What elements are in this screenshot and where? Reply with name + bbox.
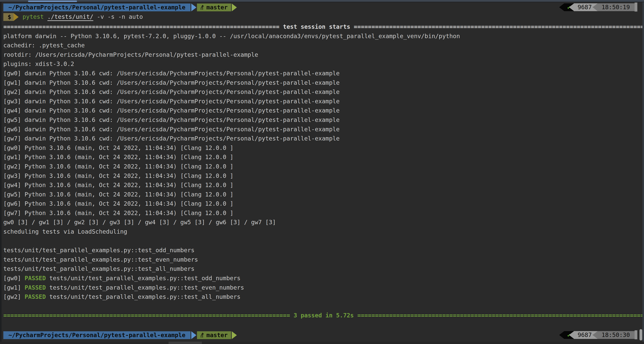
line-text: scheduling tests via LoadScheduling xyxy=(3,228,127,235)
line-text: [gw1] Python 3.10.6 (main, Oct 24 2022, … xyxy=(3,154,234,161)
terminal-line: [gw5] Python 3.10.6 (main, Oct 24 2022, … xyxy=(3,190,642,199)
right-status-bottom: ✔ 9687 18:50:30 xyxy=(559,331,637,339)
window-left-edge xyxy=(0,2,2,342)
line-text: tests/unit/test_parallel_examples.py::te… xyxy=(3,256,198,263)
space xyxy=(44,13,47,21)
git-branch-icon xyxy=(200,332,204,338)
terminal-line: ========================================… xyxy=(3,311,642,320)
line-text: [gw6] Python 3.10.6 (main, Oct 24 2022, … xyxy=(3,200,234,207)
terminal-line: [gw3] Python 3.10.6 (main, Oct 24 2022, … xyxy=(3,171,642,180)
terminal-line: [gw2] Python 3.10.6 (main, Oct 24 2022, … xyxy=(3,162,642,171)
window-title-bar xyxy=(0,0,644,2)
line-text: [gw5] Python 3.10.6 (main, Oct 24 2022, … xyxy=(3,191,234,198)
line-text: [gw0] darwin Python 3.10.6 cwd: /Users/e… xyxy=(3,70,340,77)
scrollbar-thumb[interactable] xyxy=(640,329,642,341)
line-text: ========================================… xyxy=(3,23,642,30)
line-text: [gw7] darwin Python 3.10.6 cwd: /Users/e… xyxy=(3,135,340,142)
terminal-line: gw0 [3] / gw1 [3] / gw2 [3] / gw3 [3] / … xyxy=(3,218,642,227)
cwd-segment: ~/PycharmProjects/Personal/pytest-parall… xyxy=(3,331,190,339)
prompt-bar-bottom: ~/PycharmProjects/Personal/pytest-parall… xyxy=(3,331,642,339)
git-branch-icon xyxy=(200,4,204,10)
terminal-line: cachedir: .pytest_cache xyxy=(3,41,642,50)
passed-status: PASSED xyxy=(24,284,46,291)
passed-status: PASSED xyxy=(24,275,46,282)
cwd-segment: ~/PycharmProjects/Personal/pytest-parall… xyxy=(3,3,190,11)
terminal-line: [gw6] darwin Python 3.10.6 cwd: /Users/e… xyxy=(3,125,642,134)
line-text: ========================================… xyxy=(3,312,642,319)
terminal-line: [gw1] PASSED tests/unit/test_parallel_ex… xyxy=(3,283,642,292)
line-text: [gw3] darwin Python 3.10.6 cwd: /Users/e… xyxy=(3,98,340,105)
terminal-line: tests/unit/test_parallel_examples.py::te… xyxy=(3,264,642,274)
terminal-line: [gw2] darwin Python 3.10.6 cwd: /Users/e… xyxy=(3,87,642,97)
command-target-path: ./tests/unit/ xyxy=(48,13,94,21)
terminal-line: [gw4] darwin Python 3.10.6 cwd: /Users/e… xyxy=(3,106,642,115)
line-text: plugins: xdist-3.0.2 xyxy=(3,60,74,67)
line-text: tests/unit/test_parallel_examples.py::te… xyxy=(46,293,240,300)
line-text: [gw1] darwin Python 3.10.6 cwd: /Users/e… xyxy=(3,79,340,86)
git-branch-segment: master xyxy=(197,331,231,339)
line-text: tests/unit/test_parallel_examples.py::te… xyxy=(3,247,194,254)
powerline-arrow-icon xyxy=(191,331,196,339)
bottom-edge-block xyxy=(168,342,202,344)
command-flags: -v -s -n auto xyxy=(93,13,143,21)
terminal-line: [gw5] darwin Python 3.10.6 cwd: /Users/e… xyxy=(3,115,642,125)
terminal-line: [gw3] darwin Python 3.10.6 cwd: /Users/e… xyxy=(3,97,642,106)
line-text: tests/unit/test_parallel_examples.py::te… xyxy=(3,265,194,272)
terminal-line: [gw6] Python 3.10.6 (main, Oct 24 2022, … xyxy=(3,199,642,208)
line-text: [gw0] Python 3.10.6 (main, Oct 24 2022, … xyxy=(3,144,234,151)
terminal-output: ========================================… xyxy=(3,22,642,320)
line-text: [gw4] darwin Python 3.10.6 cwd: /Users/e… xyxy=(3,107,340,114)
line-text: [gw3] Python 3.10.6 (main, Oct 24 2022, … xyxy=(3,172,234,179)
line-text: platform darwin -- Python 3.10.6, pytest… xyxy=(3,33,460,39)
terminal-line: [gw1] Python 3.10.6 (main, Oct 24 2022, … xyxy=(3,153,642,162)
terminal-line: [gw1] darwin Python 3.10.6 cwd: /Users/e… xyxy=(3,78,642,87)
terminal-line: ========================================… xyxy=(3,22,642,31)
command-text[interactable]: pytest ./tests/unit/ -v -s -n auto xyxy=(22,13,143,21)
line-text: [gw7] Python 3.10.6 (main, Oct 24 2022, … xyxy=(3,209,234,216)
line-text: [gw2] Python 3.10.6 (main, Oct 24 2022, … xyxy=(3,163,234,170)
tab-indicator-pill[interactable] xyxy=(28,0,77,2)
command-row: $ pytest ./tests/unit/ -v -s -n auto xyxy=(3,13,642,21)
clock-time: 18:50:19 xyxy=(593,3,635,11)
powerline-arrow-icon xyxy=(232,331,237,339)
powerline-arrow-icon xyxy=(14,13,18,21)
git-branch-label: master xyxy=(206,331,228,339)
passed-status: PASSED xyxy=(24,293,46,300)
powerline-arrow-icon xyxy=(232,3,237,11)
line-text: tests/unit/test_parallel_examples.py::te… xyxy=(46,284,244,291)
scrollbar-track[interactable] xyxy=(642,2,644,342)
terminal-line: [gw7] Python 3.10.6 (main, Oct 24 2022, … xyxy=(3,208,642,218)
prompt-end-cap xyxy=(634,2,637,11)
terminal-line: rootdir: /Users/ericsda/PycharmProjects/… xyxy=(3,50,642,59)
right-status-top: ✔ 9687 18:50:19 xyxy=(559,3,637,11)
terminal-window: ~/PycharmProjects/Personal/pytest-parall… xyxy=(0,0,644,344)
terminal-line xyxy=(3,236,642,246)
line-text: [gw4] Python 3.10.6 (main, Oct 24 2022, … xyxy=(3,181,234,188)
clock-time: 18:50:30 xyxy=(593,331,635,339)
terminal-line: [gw2] PASSED tests/unit/test_parallel_ex… xyxy=(3,292,642,302)
prompt-end-cap xyxy=(634,330,637,339)
line-text: [gw1] xyxy=(3,284,24,291)
terminal-line: [gw4] Python 3.10.6 (main, Oct 24 2022, … xyxy=(3,180,642,190)
terminal-line: [gw0] darwin Python 3.10.6 cwd: /Users/e… xyxy=(3,69,642,78)
prompt-bar-top: ~/PycharmProjects/Personal/pytest-parall… xyxy=(3,3,642,11)
terminal-line: [gw0] PASSED tests/unit/test_parallel_ex… xyxy=(3,274,642,283)
line-text: [gw0] xyxy=(3,275,24,282)
terminal-line: scheduling tests via LoadScheduling xyxy=(3,227,642,236)
line-text: cachedir: .pytest_cache xyxy=(3,42,85,49)
git-branch-label: master xyxy=(206,3,228,11)
line-text: [gw5] darwin Python 3.10.6 cwd: /Users/e… xyxy=(3,116,340,123)
line-text: rootdir: /Users/ericsda/PycharmProjects/… xyxy=(3,51,258,58)
prompt-symbol: $ xyxy=(3,13,14,21)
line-text: [gw2] darwin Python 3.10.6 cwd: /Users/e… xyxy=(3,88,340,95)
line-text: [gw2] xyxy=(3,293,24,300)
terminal-line: [gw0] Python 3.10.6 (main, Oct 24 2022, … xyxy=(3,143,642,153)
line-text: tests/unit/test_parallel_examples.py::te… xyxy=(46,275,240,282)
command-program: pytest xyxy=(22,13,44,21)
terminal-line: [gw7] darwin Python 3.10.6 cwd: /Users/e… xyxy=(3,134,642,143)
terminal-line xyxy=(3,302,642,311)
terminal-line: platform darwin -- Python 3.10.6, pytest… xyxy=(3,31,642,41)
window-bottom-edge xyxy=(0,342,644,344)
terminal-line: plugins: xdist-3.0.2 xyxy=(3,59,642,69)
terminal-content: ~/PycharmProjects/Personal/pytest-parall… xyxy=(2,2,642,342)
